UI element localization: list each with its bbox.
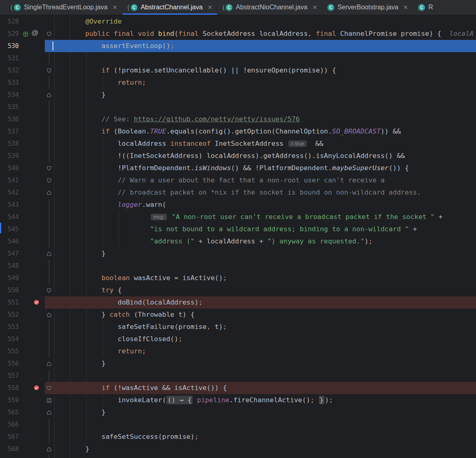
line-number[interactable]: 544 bbox=[0, 211, 19, 223]
fold-marker-down[interactable] bbox=[46, 64, 53, 77]
line-number[interactable]: 534 bbox=[0, 89, 19, 101]
line-number[interactable]: 528 bbox=[0, 15, 19, 28]
fold-marker-down[interactable] bbox=[46, 174, 53, 186]
fold-marker-down[interactable] bbox=[46, 284, 53, 296]
line-number[interactable]: 548 bbox=[0, 260, 19, 272]
close-tab-icon[interactable]: ✕ bbox=[112, 4, 117, 11]
code-text[interactable]: return; bbox=[53, 77, 146, 89]
line-number[interactable]: 541 bbox=[0, 174, 19, 186]
code-text[interactable]: } bbox=[53, 89, 105, 101]
code-text[interactable]: // See: https://github.com/netty/netty/i… bbox=[53, 113, 300, 125]
fold-marker-up[interactable] bbox=[46, 406, 53, 419]
code-text[interactable]: doBind(localAddress); bbox=[53, 296, 203, 309]
code-text[interactable]: logger.warn( bbox=[53, 199, 166, 211]
tab-singlethreadeventloop-java[interactable]: (CSingleThreadEventLoop.java✕ bbox=[6, 0, 123, 15]
line-number[interactable]: 538 bbox=[0, 138, 19, 150]
gutter bbox=[22, 52, 44, 64]
line-number[interactable]: 550 bbox=[0, 284, 19, 296]
code-text[interactable]: if (Boolean.TRUE.equals(config().getOpti… bbox=[53, 125, 401, 138]
comment-link[interactable]: https://github.com/netty/netty/issues/57… bbox=[134, 115, 300, 123]
code-text[interactable]: return; bbox=[53, 345, 146, 357]
code-text[interactable]: localAddress instanceof InetSocketAddres… bbox=[53, 138, 323, 150]
code-text[interactable]: safeSetSuccess(promise); bbox=[53, 431, 199, 443]
line-number[interactable]: 549 bbox=[0, 272, 19, 284]
close-tab-icon[interactable]: ✕ bbox=[403, 4, 408, 11]
code-text[interactable]: public final void bind(final SocketAddre… bbox=[53, 28, 474, 40]
line-number[interactable]: 545 bbox=[0, 223, 19, 235]
line-number[interactable]: 543 bbox=[0, 199, 19, 211]
code-text[interactable]: } bbox=[53, 406, 105, 419]
overriding-method-icon[interactable] bbox=[23, 31, 29, 39]
fold-marker-box[interactable] bbox=[46, 394, 53, 406]
line-number[interactable]: 529 bbox=[0, 28, 19, 40]
line-number[interactable]: 552 bbox=[0, 309, 19, 321]
line-number[interactable]: 565 bbox=[0, 406, 19, 419]
line-number[interactable]: 559 bbox=[0, 394, 19, 406]
tab-abstractchannel-java[interactable]: (CAbstractChannel.java✕ bbox=[123, 0, 218, 15]
code-text[interactable]: if (!promise.setUncancellable() || !ensu… bbox=[53, 64, 336, 77]
line-number[interactable]: 536 bbox=[0, 113, 19, 125]
line-number[interactable]: 535 bbox=[0, 101, 19, 113]
tab-r[interactable]: CR bbox=[413, 0, 439, 15]
line-number[interactable]: 542 bbox=[0, 186, 19, 199]
folded-code-segment[interactable]: () → { bbox=[167, 396, 193, 404]
line-number[interactable]: 539 bbox=[0, 150, 19, 162]
code-text[interactable]: msg: "A non-root user can't receive a br… bbox=[53, 211, 443, 223]
fold-marker-up[interactable] bbox=[46, 186, 53, 199]
line-number[interactable]: 537 bbox=[0, 125, 19, 138]
code-text[interactable]: boolean wasActive = isActive(); bbox=[53, 272, 227, 284]
breakpoint-icon[interactable] bbox=[33, 385, 39, 392]
code-text[interactable]: invokeLater(() → { pipeline.fireChannelA… bbox=[53, 394, 333, 406]
line-number[interactable]: 567 bbox=[0, 431, 19, 443]
code-text[interactable]: try { bbox=[53, 284, 122, 296]
code-text[interactable]: if (!wasActive && isActive()) { bbox=[53, 382, 227, 394]
line-number[interactable]: 532 bbox=[0, 64, 19, 77]
code-text[interactable]: !((InetSocketAddress) localAddress).getA… bbox=[53, 150, 405, 162]
fold-marker-up[interactable] bbox=[46, 443, 53, 455]
fold-marker-down[interactable] bbox=[46, 28, 53, 40]
line-number[interactable]: 553 bbox=[0, 321, 19, 333]
line-number[interactable]: 531 bbox=[0, 52, 19, 64]
line-number[interactable]: 546 bbox=[0, 235, 19, 248]
tab-serverbootstrap-java[interactable]: CServerBootstrap.java✕ bbox=[322, 0, 413, 15]
line-number[interactable]: 558 bbox=[0, 382, 19, 394]
code-text[interactable]: "address (" + localAddress + ") anyway a… bbox=[53, 235, 373, 248]
close-tab-icon[interactable]: ✕ bbox=[312, 4, 317, 11]
fold-marker-up[interactable] bbox=[46, 248, 53, 260]
folded-code-segment[interactable]: } bbox=[319, 396, 325, 404]
line-number[interactable]: 530 bbox=[0, 40, 19, 52]
line-number[interactable]: 547 bbox=[0, 248, 19, 260]
line-number[interactable]: 555 bbox=[0, 345, 19, 357]
code-text[interactable]: safeSetFailure(promise, t); bbox=[53, 321, 227, 333]
fold-marker-down[interactable] bbox=[46, 162, 53, 174]
fold-marker-down[interactable] bbox=[46, 382, 53, 394]
line-number[interactable]: 557 bbox=[0, 370, 19, 382]
line-number[interactable]: 554 bbox=[0, 333, 19, 345]
close-tab-icon[interactable]: ✕ bbox=[208, 4, 213, 11]
code-text[interactable]: // broadcast packet on *nix if the socke… bbox=[53, 186, 421, 199]
code-text[interactable]: } bbox=[53, 357, 105, 370]
code-text[interactable]: assertEventLoop(); bbox=[53, 40, 174, 52]
fold-marker-up[interactable] bbox=[46, 357, 53, 370]
line-number[interactable]: 556 bbox=[0, 357, 19, 370]
code-text[interactable]: } bbox=[53, 248, 105, 260]
tab-abstractniochannel-java[interactable]: (CAbstractNioChannel.java✕ bbox=[217, 0, 322, 15]
code-text[interactable]: // Warn a user about the fact that a non… bbox=[53, 174, 385, 186]
breakpoint-icon[interactable] bbox=[33, 299, 39, 307]
line-number[interactable]: 551 bbox=[0, 296, 19, 309]
line-number[interactable]: 533 bbox=[0, 77, 19, 89]
code-text[interactable]: } catch (Throwable t) { bbox=[53, 309, 195, 321]
code-text[interactable]: @Override bbox=[53, 15, 122, 28]
fold-marker-up[interactable] bbox=[46, 89, 53, 101]
code-text[interactable]: } bbox=[53, 443, 89, 455]
line-number[interactable]: 566 bbox=[0, 419, 19, 431]
code-line: 555 return; bbox=[0, 345, 476, 357]
line-number[interactable]: 540 bbox=[0, 162, 19, 174]
abstract-class-paren-icon: ( bbox=[11, 4, 13, 11]
fold-marker-up[interactable] bbox=[46, 309, 53, 321]
code-text[interactable]: !PlatformDependent.isWindows() && !Platf… bbox=[53, 162, 409, 174]
code-text[interactable]: closeIfClosed(); bbox=[53, 333, 182, 345]
code-line: 540 !PlatformDependent.isWindows() && !P… bbox=[0, 162, 476, 174]
code-text[interactable]: "is not bound to a wildcard address; bin… bbox=[53, 223, 417, 235]
line-number[interactable]: 568 bbox=[0, 443, 19, 455]
